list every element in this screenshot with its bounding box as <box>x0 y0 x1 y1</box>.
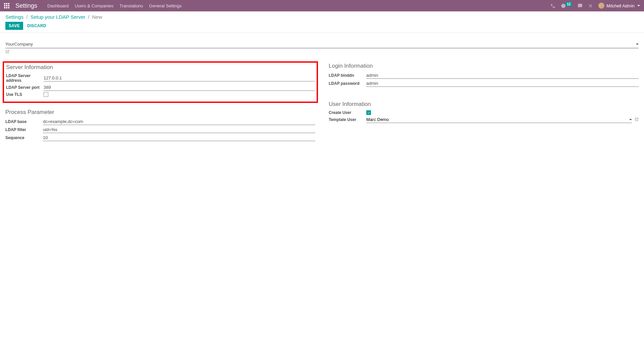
user-name: Mitchell Admin <box>606 3 635 8</box>
template-user-field[interactable] <box>366 116 632 123</box>
svg-rect-2 <box>8 3 9 4</box>
svg-rect-7 <box>6 7 7 8</box>
apps-icon[interactable] <box>4 3 9 8</box>
ldap-password-label: LDAP password <box>329 81 366 86</box>
nav-translations[interactable]: Translations <box>119 3 143 8</box>
template-user-external-link[interactable] <box>635 117 639 122</box>
avatar <box>598 3 604 9</box>
form-sheet: Server Information LDAP Server address L… <box>0 33 644 155</box>
ldap-password-input[interactable] <box>366 80 639 87</box>
ldap-binddn-label: LDAP binddn <box>329 73 366 78</box>
template-user-input[interactable] <box>366 116 626 123</box>
chevron-down-icon[interactable] <box>636 44 639 45</box>
use-tls-checkbox[interactable] <box>44 92 48 97</box>
ldap-port-label: LDAP Server port <box>6 85 44 90</box>
svg-rect-8 <box>8 7 9 8</box>
ldap-port-input[interactable] <box>44 84 315 91</box>
login-info-title: Login Information <box>329 63 639 69</box>
template-user-label: Template User <box>329 117 366 122</box>
sequence-label: Sequence <box>5 135 43 140</box>
ldap-binddn-input[interactable] <box>366 72 639 79</box>
save-button[interactable]: SAVE <box>5 22 23 30</box>
nav-dashboard[interactable]: Dashboard <box>47 3 69 8</box>
control-panel: Settings / Setup your LDAP Server / New … <box>0 11 644 33</box>
close-icon[interactable] <box>588 3 593 8</box>
chevron-down-icon <box>637 5 640 6</box>
discard-button[interactable]: DISCARD <box>27 23 46 28</box>
svg-rect-0 <box>4 3 5 4</box>
process-param-title: Process Parameter <box>5 109 315 116</box>
app-brand[interactable]: Settings <box>15 2 37 9</box>
company-input[interactable] <box>5 41 635 47</box>
nav-users-companies[interactable]: Users & Companies <box>75 3 114 8</box>
create-user-label: Create User <box>329 110 366 115</box>
nav-general-settings[interactable]: General Settings <box>149 3 182 8</box>
main-navbar: Settings Dashboard Users & Companies Tra… <box>0 0 644 11</box>
phone-icon[interactable] <box>550 3 555 8</box>
ldap-filter-label: LDAP filter <box>5 127 43 132</box>
svg-rect-4 <box>6 5 7 6</box>
server-info-title: Server Information <box>6 64 315 71</box>
ldap-base-input[interactable] <box>43 118 315 125</box>
user-info-title: User Information <box>329 101 639 108</box>
conversations-icon[interactable] <box>578 3 583 8</box>
user-menu[interactable]: Mitchell Admin <box>598 3 640 9</box>
ldap-address-label: LDAP Server address <box>6 73 44 83</box>
use-tls-label: Use TLS <box>6 92 44 97</box>
create-user-checkbox[interactable] <box>366 110 371 115</box>
svg-rect-6 <box>4 7 5 8</box>
ldap-base-label: LDAP base <box>5 119 43 124</box>
breadcrumb-parent[interactable]: Setup your LDAP Server <box>30 14 85 20</box>
activities-button[interactable]: 12 <box>561 3 572 8</box>
company-field[interactable] <box>5 41 639 48</box>
server-info-highlight: Server Information LDAP Server address L… <box>3 61 318 103</box>
activities-badge: 12 <box>565 2 572 6</box>
ldap-filter-input[interactable] <box>43 126 315 133</box>
breadcrumb: Settings / Setup your LDAP Server / New <box>5 14 639 20</box>
ldap-address-input[interactable] <box>44 75 315 81</box>
sequence-input[interactable] <box>43 134 315 141</box>
chevron-down-icon[interactable] <box>629 119 632 120</box>
breadcrumb-root[interactable]: Settings <box>5 14 23 20</box>
svg-rect-3 <box>4 5 5 6</box>
svg-rect-1 <box>6 3 7 4</box>
breadcrumb-current: New <box>92 14 102 20</box>
svg-rect-5 <box>8 5 9 6</box>
company-external-link[interactable] <box>5 50 639 55</box>
